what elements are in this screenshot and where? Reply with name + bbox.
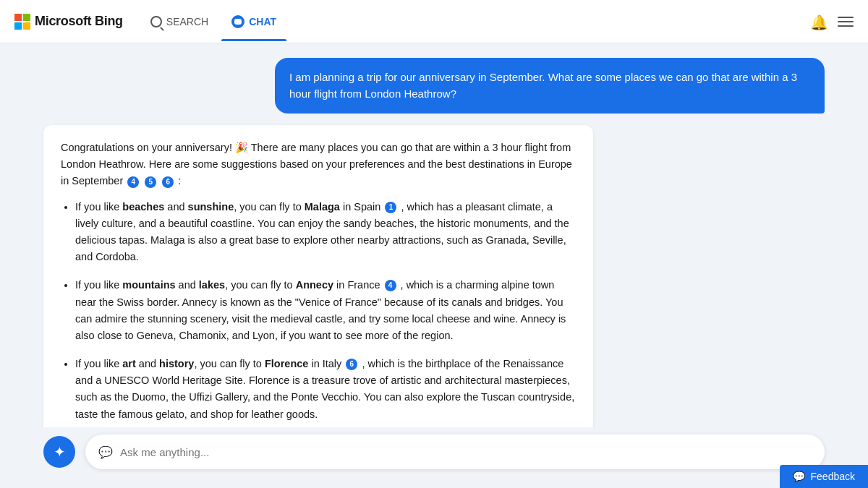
chat-area: I am planning a trip for our anniversary…	[0, 58, 868, 427]
ref-badge-1: 1	[385, 202, 396, 213]
feedback-icon: 💬	[793, 471, 805, 482]
ref-badge-6: 6	[162, 176, 174, 188]
search-icon	[150, 16, 162, 27]
list-item: If you like art and history, you can fly…	[75, 356, 576, 423]
input-area: ✦ 💬	[0, 427, 868, 481]
hamburger-menu-icon[interactable]	[838, 17, 854, 27]
header: Microsoft Bing SEARCH CHAT 🔔	[0, 0, 868, 43]
copilot-button[interactable]: ✦	[43, 436, 75, 468]
logo: Microsoft Bing	[14, 14, 123, 30]
logo-text: Microsoft Bing	[35, 14, 123, 29]
user-message: I am planning a trip for our anniversary…	[275, 58, 825, 114]
feedback-button[interactable]: 💬 Feedback	[780, 465, 868, 488]
feedback-label: Feedback	[811, 471, 855, 482]
nav-chat-label: CHAT	[249, 16, 276, 27]
ai-bullet-list: If you like beaches and sunshine, you ca…	[61, 199, 576, 423]
list-item: If you like beaches and sunshine, you ca…	[75, 199, 576, 266]
nav-search-label: SEARCH	[166, 16, 208, 27]
nav-chat[interactable]: CHAT	[221, 9, 286, 34]
chat-icon	[231, 15, 244, 28]
ref-badge-4: 4	[127, 176, 139, 188]
header-right: 🔔	[810, 14, 854, 30]
main-content: I am planning a trip for our anniversary…	[0, 43, 868, 488]
bing-logo-icon	[14, 14, 30, 30]
chat-input[interactable]	[120, 446, 812, 458]
ai-intro-paragraph: Congratulations on your anniversary! 🎉 T…	[61, 140, 576, 190]
top-nav: SEARCH CHAT	[140, 9, 286, 34]
ref-badge-6b: 6	[346, 359, 357, 370]
copilot-icon: ✦	[54, 443, 66, 461]
list-item: If you like mountains and lakes, you can…	[75, 277, 576, 344]
notification-bell-icon[interactable]: 🔔	[810, 14, 826, 30]
input-chat-icon: 💬	[98, 445, 113, 459]
chat-input-wrap: 💬	[85, 435, 825, 469]
ai-response: Congratulations on your anniversary! 🎉 T…	[43, 125, 593, 427]
nav-search[interactable]: SEARCH	[140, 10, 218, 33]
ref-badge-4b: 4	[385, 280, 396, 291]
ref-badge-5: 5	[145, 176, 156, 188]
